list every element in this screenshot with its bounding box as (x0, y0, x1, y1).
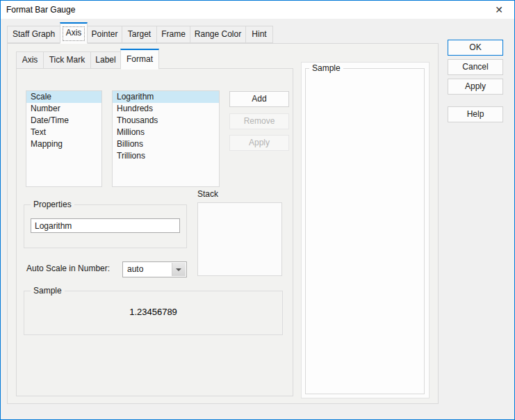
help-button[interactable]: Help (448, 106, 503, 122)
tab-axis[interactable]: Axis (60, 22, 88, 44)
tab-range-color[interactable]: Range Color (190, 26, 246, 43)
add-button[interactable]: Add (229, 91, 289, 107)
stack-label: Stack (197, 189, 218, 200)
subtab-label: Label (95, 55, 115, 65)
auto-scale-label: Auto Scale in Number: (26, 264, 110, 274)
sample-group-label: Sample (31, 286, 65, 296)
tab-label: Staff Graph (13, 29, 55, 39)
auto-scale-value: auto (127, 262, 143, 277)
tab-label: Range Color (195, 29, 241, 39)
tab-label: Hint (252, 29, 266, 39)
tab-label: Frame (161, 29, 186, 39)
remove-button[interactable]: Remove (229, 113, 289, 129)
tab-hint[interactable]: Hint (245, 26, 273, 43)
list-item[interactable]: Thousands (113, 115, 219, 127)
category-list[interactable]: Scale Number Date/Time Text Mapping (26, 90, 102, 187)
close-icon[interactable]: ✕ (488, 1, 510, 19)
list-item[interactable]: Logarithm (113, 91, 219, 103)
preview-sample-label: Sample (309, 63, 343, 74)
list-item[interactable]: Hundreds (113, 103, 219, 115)
cancel-button[interactable]: Cancel (448, 59, 503, 75)
list-item[interactable]: Text (26, 127, 101, 138)
ok-button[interactable]: OK (448, 40, 503, 56)
apply-list-button[interactable]: Apply (229, 135, 289, 151)
tab-label: Pointer (91, 29, 117, 39)
list-item[interactable]: Trillions (113, 150, 219, 162)
tab-label: Target (128, 29, 151, 39)
tab-pointer[interactable]: Pointer (87, 26, 122, 43)
list-item[interactable]: Billions (113, 138, 219, 150)
list-item[interactable]: Number (26, 103, 101, 115)
subtab-format[interactable]: Format (120, 49, 159, 70)
list-item[interactable]: Date/Time (26, 115, 101, 127)
focus-rect (63, 26, 85, 41)
subtab-label: Format (126, 54, 153, 64)
subtab-tick-mark[interactable]: Tick Mark (43, 51, 91, 69)
format-list[interactable]: Logarithm Hundreds Thousands Millions Bi… (112, 90, 220, 187)
format-bar-gauge-dialog: Format Bar Gauge ✕ Staff Graph Axis Poin… (0, 0, 515, 420)
preview-sample-group: Sample (305, 68, 425, 394)
window-title: Format Bar Gauge (6, 1, 75, 19)
subtab-axis[interactable]: Axis (16, 51, 44, 69)
list-item[interactable]: Mapping (26, 138, 101, 150)
list-item[interactable]: Scale (26, 91, 101, 103)
apply-button[interactable]: Apply (448, 79, 503, 95)
subtab-label-tab[interactable]: Label (90, 51, 121, 69)
properties-group-label: Properties (31, 200, 74, 210)
preview-panel: Sample (301, 62, 430, 398)
sample-group: Sample 1.23456789 (24, 291, 283, 335)
titlebar: Format Bar Gauge ✕ (1, 1, 514, 19)
list-item[interactable]: Millions (113, 127, 219, 138)
tab-staff-graph[interactable]: Staff Graph (7, 26, 60, 43)
tab-frame[interactable]: Frame (156, 26, 190, 43)
chevron-down-icon[interactable] (172, 263, 186, 276)
stack-list[interactable] (197, 202, 282, 276)
subtab-label: Tick Mark (49, 55, 85, 65)
subtab-label: Axis (22, 55, 38, 65)
properties-input[interactable] (31, 218, 180, 233)
sample-value: 1.23456789 (24, 307, 282, 317)
auto-scale-select[interactable]: auto (122, 261, 187, 277)
tab-target[interactable]: Target (122, 26, 157, 43)
